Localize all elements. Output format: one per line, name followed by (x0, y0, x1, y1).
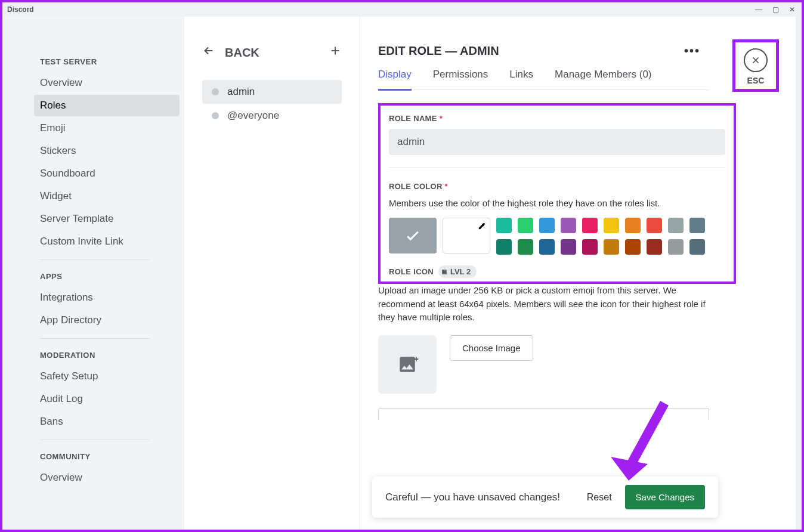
sidebar-item-custom-invite[interactable]: Custom Invite Link (34, 231, 180, 252)
role-name-input[interactable] (389, 129, 725, 155)
sidebar-item-community-overview[interactable]: Overview (34, 467, 180, 488)
back-label: BACK (225, 46, 259, 60)
roles-list-column: BACK admin @everyone (184, 17, 360, 530)
sidebar-divider (40, 440, 150, 440)
tab-display[interactable]: Display (378, 69, 412, 91)
role-name-label: @everyone (227, 110, 279, 122)
divider (389, 167, 725, 168)
more-options-button[interactable]: ••• (684, 44, 700, 58)
color-swatch[interactable] (539, 239, 555, 255)
tab-links[interactable]: Links (509, 69, 533, 91)
role-tabs: Display Permissions Links Manage Members… (378, 69, 709, 90)
tab-permissions[interactable]: Permissions (433, 69, 488, 91)
sidebar-item-stickers[interactable]: Stickers (34, 140, 180, 162)
role-list-item-everyone[interactable]: @everyone (202, 104, 342, 128)
role-color-description: Members use the color of the highest rol… (389, 197, 725, 209)
sidebar-item-roles[interactable]: Roles (34, 95, 180, 116)
role-name-label: admin (227, 86, 255, 98)
sidebar-header-moderation: MODERATION (34, 346, 180, 364)
upload-icon-dropzone[interactable]: + (378, 335, 437, 394)
sidebar-item-server-template[interactable]: Server Template (34, 208, 180, 230)
color-default-swatch[interactable] (389, 218, 437, 253)
sidebar-item-widget[interactable]: Widget (34, 185, 180, 207)
choose-image-button[interactable]: Choose Image (450, 335, 533, 361)
color-swatch[interactable] (496, 218, 512, 233)
save-changes-button[interactable]: Save Changes (625, 485, 705, 509)
add-role-button[interactable] (329, 44, 342, 61)
color-row-2 (496, 239, 705, 255)
role-color-dot (212, 88, 219, 95)
sidebar-divider (40, 338, 150, 339)
content-highlight-annotation: ROLE NAME * ROLE COLOR * Members use the… (378, 103, 736, 284)
color-swatch[interactable] (625, 239, 641, 255)
scrollbar[interactable] (796, 17, 802, 530)
esc-label: ESC (744, 76, 768, 85)
sidebar-header-server: TEST SERVER (34, 52, 180, 71)
color-swatch[interactable] (668, 218, 684, 233)
titlebar: Discord — ▢ ✕ (2, 2, 802, 17)
role-color-label: ROLE COLOR * (389, 182, 734, 191)
window-maximize-button[interactable]: ▢ (771, 5, 780, 14)
color-swatch[interactable] (668, 239, 684, 255)
role-icon-description: Upload an image under 256 KB or pick a c… (378, 284, 709, 324)
role-editor-main: ESC EDIT ROLE — ADMIN ••• Display Permis… (360, 17, 796, 530)
color-swatch[interactable] (625, 218, 641, 233)
sidebar-header-community: COMMUNITY (34, 447, 180, 466)
color-swatch[interactable] (496, 239, 512, 255)
next-section-stub (378, 408, 709, 420)
color-swatch[interactable] (689, 218, 705, 233)
window-close-button[interactable]: ✕ (787, 5, 797, 14)
sidebar-item-bans[interactable]: Bans (34, 411, 180, 432)
sidebar-divider (40, 259, 150, 260)
page-title: EDIT ROLE — ADMIN (378, 44, 499, 58)
sidebar-item-app-directory[interactable]: App Directory (34, 310, 180, 331)
role-list-item-admin[interactable]: admin (202, 80, 342, 104)
eyedropper-icon (478, 222, 486, 232)
unsaved-text: Careful — you have unsaved changes! (385, 491, 560, 503)
sidebar-item-safety-setup[interactable]: Safety Setup (34, 366, 180, 387)
color-row-1 (496, 218, 705, 233)
back-button[interactable]: BACK (202, 44, 259, 61)
role-color-dot (212, 112, 219, 119)
close-button[interactable] (744, 48, 768, 72)
boost-icon: ◈ (440, 267, 450, 277)
arrow-left-icon (202, 44, 215, 61)
color-swatch[interactable] (647, 218, 662, 233)
sidebar-item-integrations[interactable]: Integrations (34, 287, 180, 308)
color-swatch[interactable] (604, 218, 619, 233)
color-swatch[interactable] (518, 239, 533, 255)
sidebar-item-overview[interactable]: Overview (34, 72, 180, 94)
color-swatch[interactable] (604, 239, 619, 255)
sidebar-item-emoji[interactable]: Emoji (34, 117, 180, 139)
color-swatch[interactable] (582, 239, 598, 255)
color-swatch[interactable] (518, 218, 533, 233)
color-swatch[interactable] (582, 218, 598, 233)
color-custom-swatch[interactable] (443, 218, 490, 253)
role-name-label: ROLE NAME * (389, 114, 734, 123)
boost-level-badge: ◈ LVL 2 (438, 265, 477, 278)
color-swatch[interactable] (561, 218, 576, 233)
color-swatch[interactable] (647, 239, 662, 255)
color-swatch[interactable] (689, 239, 705, 255)
role-icon-label: ROLE ICON (389, 267, 434, 276)
sidebar-item-audit-log[interactable]: Audit Log (34, 388, 180, 410)
app-title: Discord (7, 5, 34, 14)
unsaved-changes-bar: Careful — you have unsaved changes! Rese… (372, 477, 718, 518)
sidebar-header-apps: APPS (34, 267, 180, 286)
plus-icon: + (414, 354, 419, 364)
window-minimize-button[interactable]: — (754, 5, 763, 14)
sidebar-item-soundboard[interactable]: Soundboard (34, 163, 180, 184)
color-swatch[interactable] (561, 239, 576, 255)
esc-highlight-annotation: ESC (732, 39, 779, 92)
reset-button[interactable]: Reset (587, 492, 612, 503)
settings-sidebar: TEST SERVER Overview Roles Emoji Sticker… (2, 17, 184, 530)
color-swatch[interactable] (539, 218, 555, 233)
tab-manage-members[interactable]: Manage Members (0) (555, 69, 652, 91)
